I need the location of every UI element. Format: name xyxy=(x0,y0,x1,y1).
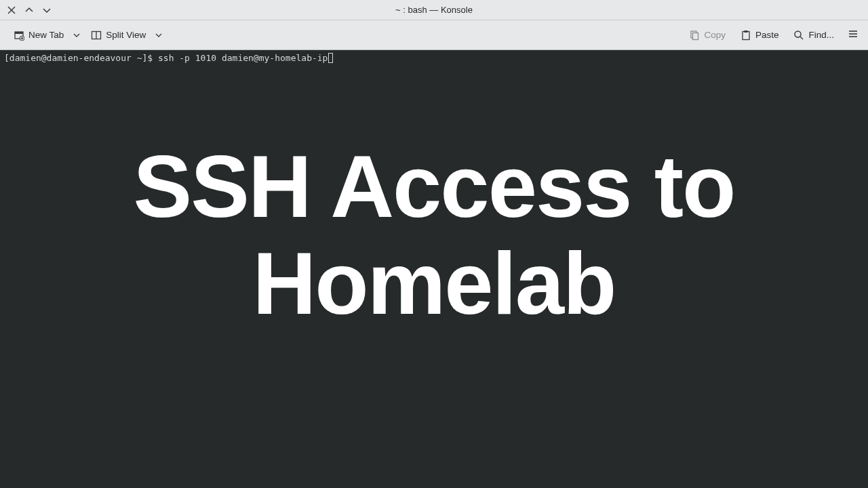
paste-icon xyxy=(741,30,751,41)
svg-rect-3 xyxy=(15,32,23,34)
split-view-dropdown[interactable] xyxy=(153,25,165,45)
toolbar: New Tab Split View Copy xyxy=(0,20,868,50)
menu-button[interactable] xyxy=(845,24,861,46)
svg-point-13 xyxy=(795,31,801,37)
copy-button[interactable]: Copy xyxy=(682,26,732,45)
svg-rect-12 xyxy=(744,30,747,33)
titlebar: ~ : bash — Konsole xyxy=(0,0,868,20)
chevron-down-icon xyxy=(73,32,80,39)
shell-command: ssh -p 1010 damien@my-homelab-ip xyxy=(158,53,328,63)
split-view-label: Split View xyxy=(106,30,146,40)
find-button[interactable]: Find... xyxy=(787,26,841,45)
terminal-line: [damien@damien-endeavour ~]$ ssh -p 1010… xyxy=(0,50,868,63)
close-icon xyxy=(7,5,16,15)
hamburger-icon xyxy=(848,28,859,39)
paste-label: Paste xyxy=(755,30,779,40)
paste-button[interactable]: Paste xyxy=(734,26,786,45)
new-tab-label: New Tab xyxy=(28,30,64,40)
search-icon xyxy=(793,30,804,41)
minimize-window-button[interactable] xyxy=(42,5,52,15)
svg-rect-11 xyxy=(743,31,749,39)
split-view-button[interactable]: Split View xyxy=(84,26,153,45)
new-tab-icon xyxy=(14,30,24,41)
window-controls xyxy=(0,5,52,15)
new-tab-button[interactable]: New Tab xyxy=(7,26,71,45)
chevron-up-icon xyxy=(24,5,34,15)
new-tab-dropdown[interactable] xyxy=(71,25,83,45)
overlay-title: SSH Access to Homelab xyxy=(0,138,868,332)
cursor xyxy=(328,53,333,63)
terminal-area[interactable]: [damien@damien-endeavour ~]$ ssh -p 1010… xyxy=(0,50,868,488)
split-view-icon xyxy=(91,30,102,41)
maximize-window-button[interactable] xyxy=(24,5,34,15)
svg-rect-10 xyxy=(693,33,698,39)
find-label: Find... xyxy=(808,30,834,40)
svg-line-14 xyxy=(800,37,803,39)
copy-icon xyxy=(689,30,700,41)
chevron-down-icon xyxy=(42,5,52,15)
copy-label: Copy xyxy=(704,30,726,40)
window-title: ~ : bash — Konsole xyxy=(395,5,473,15)
shell-prompt: [damien@damien-endeavour ~]$ xyxy=(4,53,158,63)
close-window-button[interactable] xyxy=(7,5,16,15)
chevron-down-icon xyxy=(155,32,162,39)
